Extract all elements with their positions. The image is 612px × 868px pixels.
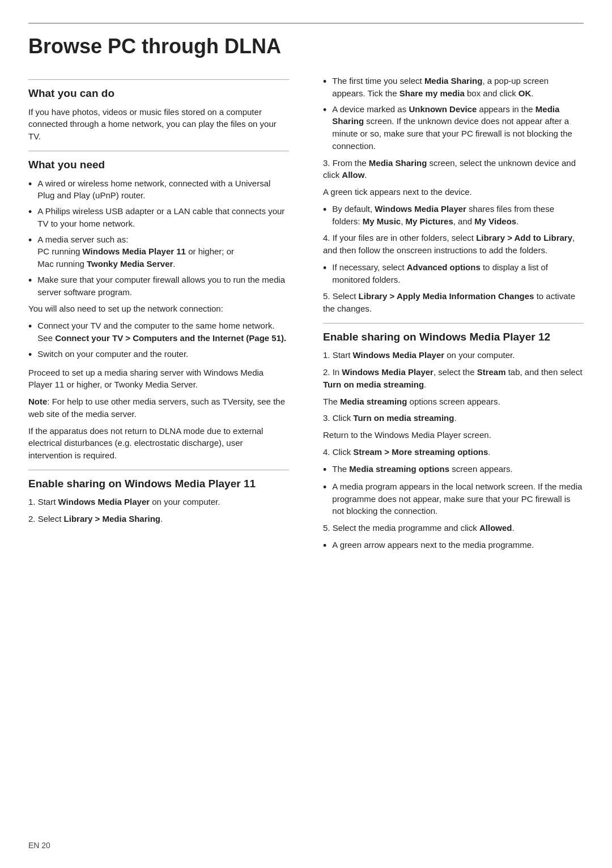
wmp12-step5-bullets: A green arrow appears next to the media … — [323, 539, 584, 553]
note-text: Note: For help to use other media server… — [28, 395, 289, 420]
page-footer: EN 20 — [28, 840, 50, 851]
wmp11-step3-bullets: By default, Windows Media Player shares … — [323, 203, 584, 228]
list-item: A wired or wireless home network, connec… — [28, 177, 289, 202]
divider-enable-wmp11 — [28, 470, 289, 470]
right-column: The first time you select Media Sharing,… — [317, 71, 584, 558]
wmp11-bullets-list: The first time you select Media Sharing,… — [323, 75, 584, 152]
list-item-text: A media server such as:PC running Window… — [37, 233, 234, 270]
list-item: Switch on your computer and the router. — [28, 348, 289, 362]
list-item-text: A device marked as Unknown Device appear… — [332, 103, 584, 152]
divider-what-you-can-do — [28, 79, 289, 80]
list-item-text: Connect your TV and the computer to the … — [37, 320, 289, 344]
list-item: A media server such as:PC running Window… — [28, 233, 289, 270]
wmp12-step2: 2. In Windows Media Player, select the S… — [323, 366, 584, 391]
list-item-text: A media program appears in the local net… — [332, 480, 584, 517]
list-item-text: A green arrow appears next to the media … — [332, 539, 534, 551]
dlna-text: If the apparatus does not return to DLNA… — [28, 425, 289, 462]
wmp12-step4-bullets: The Media streaming options screen appea… — [323, 463, 584, 517]
list-item-text: The first time you select Media Sharing,… — [332, 75, 584, 100]
list-item-text: Switch on your computer and the router. — [37, 348, 188, 360]
wmp12-step2-note: The Media streaming options screen appea… — [323, 395, 584, 408]
wmp11-step1: 1. Start Windows Media Player on your co… — [28, 496, 289, 508]
list-item: Make sure that your computer firewall al… — [28, 274, 289, 299]
what-you-can-do-body: If you have photos, videos or music file… — [28, 106, 289, 143]
what-you-need-list: A wired or wireless home network, connec… — [28, 177, 289, 299]
wmp11-step5: 5. Select Library > Apply Media Informat… — [323, 290, 584, 315]
list-item: A media program appears in the local net… — [323, 480, 584, 517]
wmp12-step5: 5. Select the media programme and click … — [323, 522, 584, 534]
heading-enable-wmp12: Enable sharing on Windows Media Player 1… — [323, 329, 584, 345]
heading-what-you-can-do: What you can do — [28, 86, 289, 101]
network-items-list: Connect your TV and the computer to the … — [28, 320, 289, 362]
page: Browse PC through DLNA What you can do I… — [0, 0, 612, 868]
wmp11-step4-bullets: If necessary, select Advanced options to… — [323, 261, 584, 286]
list-item: A device marked as Unknown Device appear… — [323, 103, 584, 152]
wmp11-step2: 2. Select Library > Media Sharing. — [28, 513, 289, 525]
page-title: Browse PC through DLNA — [28, 23, 584, 61]
heading-enable-wmp11: Enable sharing on Windows Media Player 1… — [28, 476, 289, 492]
two-column-layout: What you can do If you have photos, vide… — [28, 71, 584, 558]
list-item: The first time you select Media Sharing,… — [323, 75, 584, 100]
wmp11-step3: 3. From the Media Sharing screen, select… — [323, 157, 584, 182]
network-note: You will also need to set up the network… — [28, 303, 289, 315]
list-item: If necessary, select Advanced options to… — [323, 261, 584, 286]
divider-enable-wmp12 — [323, 323, 584, 324]
wmp12-step1: 1. Start Windows Media Player on your co… — [323, 349, 584, 361]
divider-what-you-need — [28, 151, 289, 151]
list-item: Connect your TV and the computer to the … — [28, 320, 289, 344]
wmp12-step3-note: Return to the Windows Media Player scree… — [323, 429, 584, 441]
left-column: What you can do If you have photos, vide… — [28, 71, 295, 558]
list-item-text: If necessary, select Advanced options to… — [332, 261, 584, 286]
list-item: By default, Windows Media Player shares … — [323, 203, 584, 228]
wmp12-step4: 4. Click Stream > More streaming options… — [323, 446, 584, 458]
list-item: A green arrow appears next to the media … — [323, 539, 584, 553]
wmp12-step3: 3. Click Turn on media streaming. — [323, 412, 584, 424]
list-item-text: The Media streaming options screen appea… — [332, 463, 512, 475]
list-item: The Media streaming options screen appea… — [323, 463, 584, 477]
list-item-text: A wired or wireless home network, connec… — [37, 177, 289, 202]
list-item-text: Make sure that your computer firewall al… — [37, 274, 289, 299]
wmp11-step3-note: A green tick appears next to the device. — [323, 186, 584, 198]
list-item-text: By default, Windows Media Player shares … — [332, 203, 584, 228]
proceed-text: Proceed to set up a media sharing server… — [28, 367, 289, 392]
wmp11-step4: 4. If your files are in other folders, s… — [323, 232, 584, 257]
list-item: A Philips wireless USB adapter or a LAN … — [28, 205, 289, 230]
heading-what-you-need: What you need — [28, 157, 289, 173]
list-item-text: A Philips wireless USB adapter or a LAN … — [37, 205, 289, 230]
